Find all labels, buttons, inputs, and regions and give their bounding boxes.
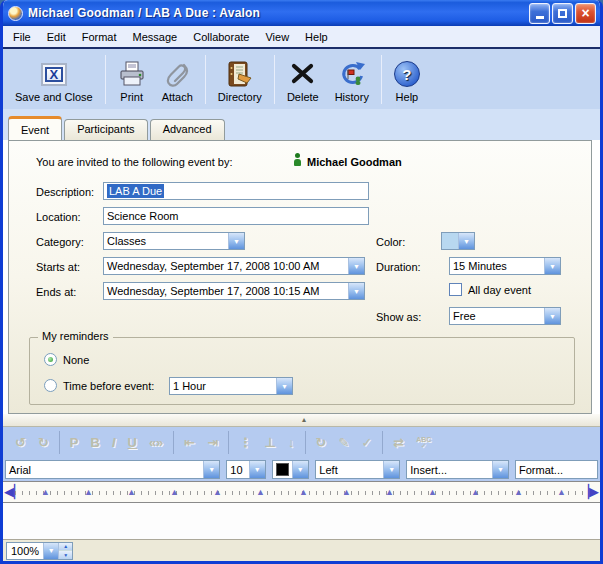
italic-icon[interactable]: I xyxy=(106,436,122,449)
invited-by-name: Michael Goodman xyxy=(307,156,402,168)
close-button[interactable]: × xyxy=(575,3,596,24)
tab-advanced[interactable]: Advanced xyxy=(150,119,225,140)
refresh-icon[interactable]: ↻ xyxy=(310,436,333,449)
tab-event[interactable]: Event xyxy=(8,116,62,140)
chevron-down-icon[interactable]: ▼ xyxy=(544,258,560,274)
ruler-tab-marker-icon[interactable]: ▲ xyxy=(557,488,566,497)
quote-icon[interactable]: «» xyxy=(143,436,169,449)
chevron-down-icon[interactable]: ▼ xyxy=(43,543,58,559)
ruler-tab-marker-icon[interactable]: ▲ xyxy=(342,488,351,497)
move-down-icon[interactable]: ↓ xyxy=(282,436,301,449)
title-bar[interactable]: Michael Goodman / LAB A Due : Avalon × xyxy=(3,0,600,26)
menu-file[interactable]: File xyxy=(5,28,39,46)
paperclip-icon xyxy=(164,59,191,89)
description-input[interactable]: LAB A Due xyxy=(103,182,369,200)
reminder-time-radio[interactable] xyxy=(44,379,57,392)
show-as-dropdown[interactable]: Free ▼ xyxy=(449,307,561,325)
ruler[interactable]: ◀▏ ▲▲▲▲▲▲▲▲▲▲▲▲▲ ▕▶ xyxy=(3,481,600,503)
location-input[interactable]: Science Room xyxy=(103,207,369,225)
tab-participants[interactable]: Participants xyxy=(64,119,147,140)
duration-dropdown[interactable]: 15 Minutes ▼ xyxy=(449,257,561,275)
ruler-tab-marker-icon[interactable]: ▲ xyxy=(41,488,50,497)
category-value: Classes xyxy=(104,235,228,247)
spinner-up-icon[interactable]: ▲ xyxy=(59,543,72,551)
ruler-tab-marker-icon[interactable]: ▲ xyxy=(514,488,523,497)
ruler-tab-marker-icon[interactable]: ▲ xyxy=(428,488,437,497)
chevron-down-icon[interactable]: ▼ xyxy=(228,233,244,249)
my-reminders-group: My reminders None Time before event: 1 H… xyxy=(29,337,575,405)
history-button[interactable]: History xyxy=(327,52,377,107)
menu-message[interactable]: Message xyxy=(125,28,186,46)
directory-button[interactable]: Directory xyxy=(210,52,270,107)
plain-text-icon[interactable]: P xyxy=(64,436,85,449)
minimize-button[interactable] xyxy=(529,3,550,24)
chevron-down-icon[interactable]: ▼ xyxy=(458,233,474,249)
bold-icon[interactable]: B xyxy=(84,436,105,449)
redo-icon[interactable]: ↻ xyxy=(32,436,55,449)
delete-button[interactable]: Delete xyxy=(279,52,327,107)
help-button[interactable]: ? Help xyxy=(386,52,428,107)
status-bar: 100% ▼ ▲ ▼ xyxy=(3,539,600,561)
save-and-close-button[interactable]: X Save and Close xyxy=(7,52,101,107)
ruler-right-margin-icon[interactable]: ▕▶ xyxy=(579,484,599,500)
starts-at-dropdown[interactable]: Wednesday, September 17, 2008 10:00 AM ▼ xyxy=(103,257,365,275)
maximize-button[interactable] xyxy=(552,3,573,24)
ruler-tab-marker-icon[interactable]: ▲ xyxy=(84,488,93,497)
reminder-time-dropdown[interactable]: 1 Hour ▼ xyxy=(169,377,293,395)
ruler-tab-marker-icon[interactable]: ▲ xyxy=(256,488,265,497)
chevron-down-icon[interactable]: ▼ xyxy=(348,283,364,299)
category-dropdown[interactable]: Classes ▼ xyxy=(103,232,245,250)
color-dropdown[interactable]: ▼ xyxy=(441,232,475,250)
format-dropdown[interactable]: Format... xyxy=(515,460,598,479)
chevron-down-icon[interactable]: ▼ xyxy=(249,461,265,478)
ends-at-dropdown[interactable]: Wednesday, September 17, 2008 10:15 AM ▼ xyxy=(103,282,365,300)
ruler-tab-marker-icon[interactable]: ▲ xyxy=(385,488,394,497)
message-body-area[interactable] xyxy=(3,503,600,539)
pen-icon[interactable]: ✎ xyxy=(332,436,355,449)
alignment-dropdown[interactable]: Left ▼ xyxy=(315,460,400,479)
list-icon[interactable]: ⋮ xyxy=(233,436,258,449)
chevron-down-icon[interactable]: ▼ xyxy=(544,308,560,324)
pane-splitter[interactable]: ▴ xyxy=(3,414,600,427)
underline-icon[interactable]: U xyxy=(122,436,143,449)
chevron-down-icon[interactable]: ▼ xyxy=(203,461,219,478)
font-color-dropdown[interactable]: ▼ xyxy=(272,460,310,479)
zoom-control[interactable]: 100% ▼ ▲ ▼ xyxy=(6,542,73,560)
print-button[interactable]: Print xyxy=(110,52,154,107)
chevron-down-icon[interactable]: ▼ xyxy=(383,461,399,478)
chevron-down-icon[interactable]: ▼ xyxy=(348,258,364,274)
approve-icon[interactable]: ✓ xyxy=(355,436,378,449)
chevron-down-icon[interactable]: ▼ xyxy=(492,461,508,478)
chevron-down-icon[interactable]: ▼ xyxy=(276,378,292,394)
reminder-time-label: Time before event: xyxy=(63,380,154,392)
chevron-down-icon[interactable]: ▼ xyxy=(292,461,308,478)
delete-x-icon xyxy=(290,59,315,89)
ruler-tab-marker-icon[interactable]: ▲ xyxy=(471,488,480,497)
menu-format[interactable]: Format xyxy=(74,28,125,46)
spell-check-icon[interactable]: ABC ✓ xyxy=(410,437,437,449)
reminder-none-label: None xyxy=(63,354,89,366)
menu-view[interactable]: View xyxy=(257,28,297,46)
menu-help[interactable]: Help xyxy=(297,28,336,46)
outdent-icon[interactable]: ⇤ xyxy=(178,436,201,449)
ruler-tab-marker-icon[interactable]: ▲ xyxy=(170,488,179,497)
spinner-down-icon[interactable]: ▼ xyxy=(59,550,72,559)
font-family-dropdown[interactable]: Arial ▼ xyxy=(5,460,220,479)
ruler-tab-marker-icon[interactable]: ▲ xyxy=(213,488,222,497)
insert-dropdown[interactable]: Insert... ▼ xyxy=(406,460,509,479)
reminder-none-radio[interactable] xyxy=(44,353,57,366)
translate-icon[interactable]: ⇄ xyxy=(387,436,410,449)
font-size-dropdown[interactable]: 10 ▼ xyxy=(226,460,266,479)
splitter-grip-icon[interactable]: ▴ xyxy=(302,416,306,424)
ruler-tab-marker-icon[interactable]: ▲ xyxy=(127,488,136,497)
menu-collaborate[interactable]: Collaborate xyxy=(185,28,257,46)
attach-button[interactable]: Attach xyxy=(154,52,201,107)
indent-icon[interactable]: ⇥ xyxy=(201,436,224,449)
zoom-spinner[interactable]: ▲ ▼ xyxy=(58,543,72,559)
all-day-checkbox[interactable] xyxy=(449,283,462,296)
ruler-tab-marker-icon[interactable]: ▲ xyxy=(299,488,308,497)
tab-stop-icon[interactable]: ⊥ xyxy=(258,436,282,449)
menu-edit[interactable]: Edit xyxy=(39,28,74,46)
history-arrow-icon xyxy=(338,59,366,89)
undo-icon[interactable]: ↺ xyxy=(9,436,32,449)
